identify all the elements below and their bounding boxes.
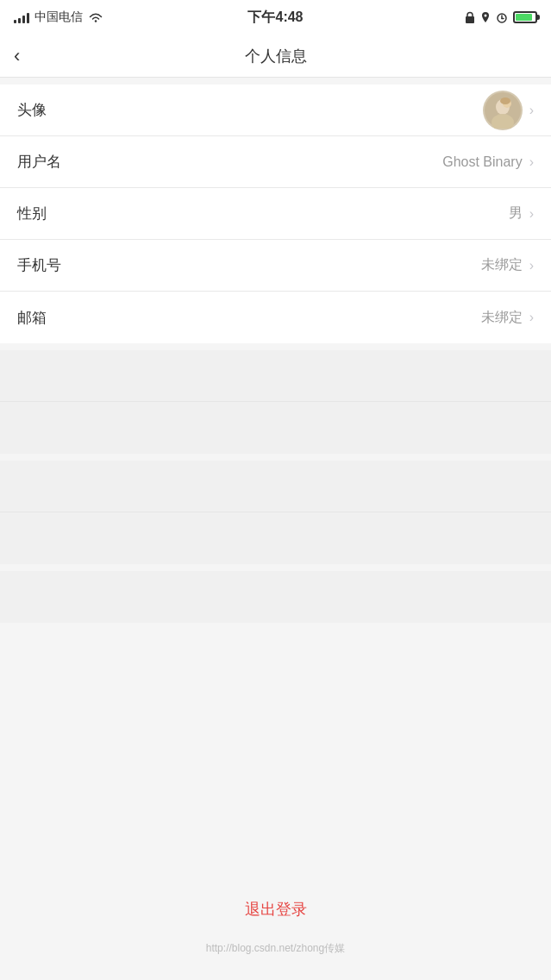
username-right: Ghost Binary › [442,154,534,170]
email-row[interactable]: 邮箱 未绑定 › [0,292,551,343]
gray-row-5 [0,571,551,623]
profile-list: 头像 › 用户名 Ghost Binary › 性别 男 › [0,85,551,343]
avatar-image [485,92,521,129]
status-right [465,11,537,23]
logout-area: 退出登录 [0,890,551,928]
phone-chevron: › [529,258,534,273]
avatar-right: › [483,91,534,130]
phone-label: 手机号 [17,255,61,275]
email-chevron: › [529,310,534,325]
back-button[interactable]: ‹ [14,45,20,67]
gender-row[interactable]: 性别 男 › [0,188,551,240]
avatar [483,91,523,130]
gender-label: 性别 [17,204,47,223]
username-label: 用户名 [17,152,61,172]
navigation-bar: ‹ 个人信息 [0,35,551,78]
status-left: 中国电信 [14,9,103,25]
svg-rect-0 [466,16,474,23]
gray-row-3 [0,461,551,512]
phone-row[interactable]: 手机号 未绑定 › [0,240,551,292]
gray-row-1 [0,350,551,402]
logout-button[interactable]: 退出登录 [228,890,324,928]
avatar-row[interactable]: 头像 › [0,85,551,136]
email-label: 邮箱 [17,308,47,328]
email-value: 未绑定 [481,309,523,327]
page-title: 个人信息 [245,46,307,66]
email-right: 未绑定 › [481,309,534,327]
carrier-label: 中国电信 [34,9,83,25]
gray-section-3 [0,571,551,623]
username-row[interactable]: 用户名 Ghost Binary › [0,136,551,188]
avatar-chevron: › [529,103,534,118]
watermark: http://blog.csdn.net/zhong传媒 [0,941,551,956]
battery-icon [513,11,537,23]
lock-icon [465,11,475,23]
phone-value: 未绑定 [481,256,523,274]
status-bar: 中国电信 下午4:48 [0,0,551,35]
phone-right: 未绑定 › [481,256,534,274]
gray-section-2 [0,461,551,564]
location-icon [480,11,491,23]
gender-chevron: › [529,206,534,222]
gender-value: 男 [509,204,523,223]
gender-right: 男 › [509,204,534,223]
gray-row-2 [0,402,551,454]
alarm-icon [496,11,508,23]
back-icon: ‹ [14,45,20,67]
svg-point-1 [485,15,487,17]
time-display: 下午4:48 [247,9,303,27]
gray-section-1 [0,350,551,454]
username-value: Ghost Binary [442,154,522,170]
wifi-icon [88,11,103,23]
username-chevron: › [529,154,534,170]
gray-row-4 [0,512,551,564]
avatar-label: 头像 [17,100,47,120]
signal-icon [14,11,29,23]
svg-point-9 [500,97,510,104]
